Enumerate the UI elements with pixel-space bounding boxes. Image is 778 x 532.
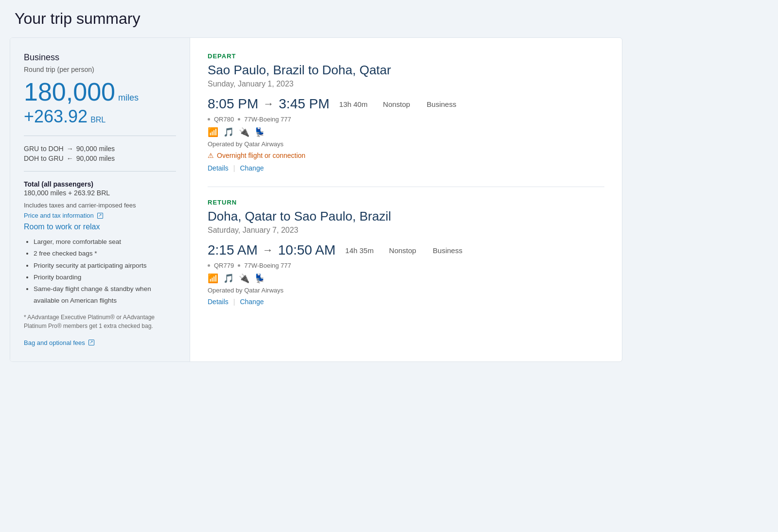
divider-1 [24,136,176,136]
brl-amount: 263.92 [34,106,88,127]
return-wifi-icon: 📶 [208,273,218,284]
return-section: RETURN Doha, Qatar to Sao Paulo, Brazil … [208,199,604,306]
dot-icon-3 [208,264,210,267]
return-aircraft: 77W-Boeing 777 [244,262,291,269]
benefit-item: 2 free checked bags * [34,248,176,259]
right-panel: DEPART Sao Paulo, Brazil to Doha, Qatar … [190,38,622,361]
return-times: 2:15 AM → 10:50 AM [208,242,336,258]
benefit-item: Same-day flight change & standby when av… [34,283,176,307]
return-times-row: 2:15 AM → 10:50 AM 14h 35m Nonstop Busin… [208,242,604,258]
bag-external-icon [88,340,94,345]
route-2-from-to: DOH to GRU [24,154,64,162]
divider-2 [24,171,176,172]
depart-stops: Nonstop [383,100,417,108]
route-1-from-to: GRU to DOH [24,145,64,153]
cabin-class: Business [24,52,176,63]
total-label: Total (all passengers) [24,180,176,188]
benefit-item: Priority boarding [34,272,176,283]
depart-route: Sao Paulo, Brazil to Doha, Qatar [208,63,604,78]
bag-link[interactable]: Bag and optional fees [24,339,94,346]
depart-duration: 13h 40m [339,100,373,108]
benefit-title: Room to work or relax [24,223,176,231]
return-label: RETURN [208,199,604,206]
depart-arrow: → [263,98,274,110]
return-route: Doha, Qatar to Sao Paulo, Brazil [208,209,604,224]
bag-link-container: Bag and optional fees [24,338,176,347]
return-seat-icon: 💺 [254,273,265,284]
entertainment-icon: 🎵 [223,127,234,137]
brl-prefix: + [24,106,34,127]
route-2-arrow: ← [67,154,73,162]
route-1-arrow: → [67,145,73,153]
depart-date: Sunday, January 1, 2023 [208,80,604,88]
depart-times: 8:05 PM → 3:45 PM [208,96,330,112]
depart-label: DEPART [208,52,604,60]
warning-icon: ⚠ [208,152,214,159]
return-usb-icon: 🔌 [239,273,249,284]
return-cabin: Business [433,246,462,255]
seat-icon: 💺 [254,127,265,137]
depart-times-row: 8:05 PM → 3:45 PM 13h 40m Nonstop Busine… [208,96,604,112]
overnight-warning: ⚠ Overnight flight or connection [208,152,604,159]
depart-time: 8:05 PM [208,96,258,112]
pipe-separator: | [233,164,235,172]
left-panel: Business Round trip (per person) 180,000… [10,38,190,361]
return-details-link[interactable]: Details [208,298,229,306]
depart-amenities: 📶 🎵 🔌 💺 [208,127,604,137]
dot-icon-4 [238,264,240,267]
depart-flight-number: QR780 [214,116,234,123]
return-entertainment-icon: 🎵 [223,273,234,284]
dot-icon-2 [238,118,240,120]
benefit-item: Larger, more comfortable seat [34,236,176,248]
wifi-icon: 📶 [208,127,218,137]
price-tax-link[interactable]: Price and tax information [24,212,103,219]
footnote: * AAdvantage Executive Platinum® or AAdv… [24,313,176,330]
miles-label: miles [118,93,139,103]
return-change-link[interactable]: Change [240,298,264,306]
external-link-icon [97,213,103,219]
depart-change-link[interactable]: Change [240,164,264,172]
depart-section: DEPART Sao Paulo, Brazil to Doha, Qatar … [208,52,604,172]
depart-action-links: Details | Change [208,164,604,172]
route-2-miles: 90,000 miles [76,154,115,162]
flight-divider [208,187,604,187]
miles-amount: 180,000 [24,79,115,104]
benefit-list: Larger, more comfortable seat 2 free che… [24,236,176,307]
includes-text: Includes taxes and carrier-imposed fees [24,202,176,209]
return-duration: 14h 35m [345,246,379,255]
return-date: Saturday, January 7, 2023 [208,226,604,235]
route-2-row: DOH to GRU ← 90,000 miles [24,154,176,162]
trip-type: Round trip (per person) [24,66,176,73]
arrive-time: 3:45 PM [279,96,329,112]
depart-flight-info: QR780 77W-Boeing 777 [208,116,604,123]
overnight-text: Overnight flight or connection [217,152,305,159]
usb-icon: 🔌 [239,127,249,137]
return-action-links: Details | Change [208,298,604,306]
dot-icon [208,118,210,120]
depart-cabin: Business [427,100,457,108]
return-flight-info: QR779 77W-Boeing 777 [208,262,604,269]
return-flight-number: QR779 [214,262,234,269]
return-pipe: | [233,298,235,306]
return-amenities: 📶 🎵 🔌 💺 [208,273,604,284]
benefit-item: Priority security at participating airpo… [34,260,176,272]
trip-summary-card: Business Round trip (per person) 180,000… [10,37,622,362]
depart-operated-by: Operated by Qatar Airways [208,140,604,148]
route-1-miles: 90,000 miles [76,145,115,153]
return-depart-time: 2:15 AM [208,242,258,258]
total-value: 180,000 miles + 263.92 BRL [24,189,176,197]
return-stops: Nonstop [389,246,423,255]
brl-label: BRL [90,116,106,124]
return-arrow: → [263,244,273,257]
return-arrive-time: 10:50 AM [278,242,336,258]
route-1-row: GRU to DOH → 90,000 miles [24,145,176,153]
return-operated-by: Operated by Qatar Airways [208,287,604,294]
page-title: Your trip summary [10,10,768,28]
depart-details-link[interactable]: Details [208,164,229,172]
depart-aircraft: 77W-Boeing 777 [244,116,291,123]
